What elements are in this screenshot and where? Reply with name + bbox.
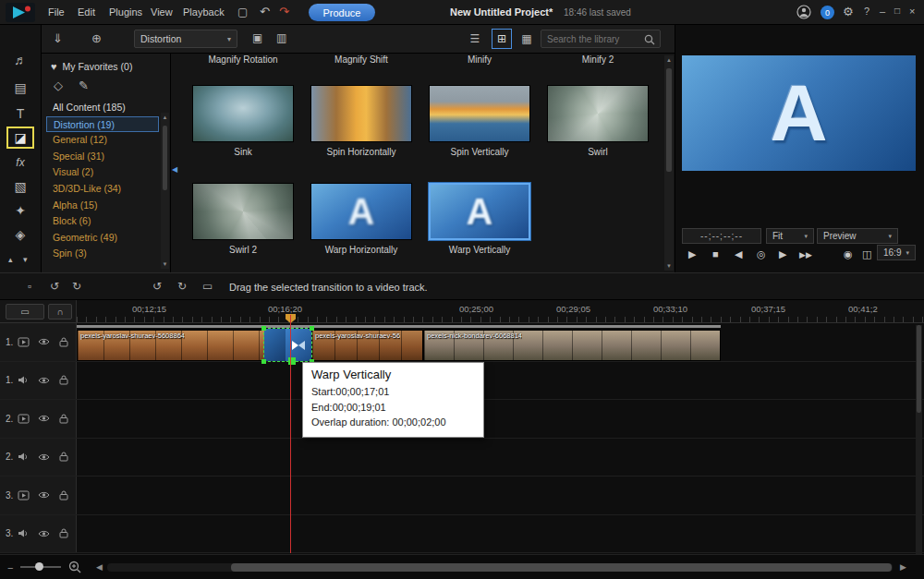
timeline-transition-clip[interactable]	[264, 329, 311, 361]
close-button[interactable]: ×	[909, 6, 915, 17]
new-folder-icon[interactable]: ▣	[252, 32, 262, 43]
timeline-vscroll-thumb[interactable]	[917, 325, 921, 413]
grid-scroll-thumb[interactable]	[666, 68, 672, 172]
my-favorites-item[interactable]: ♥ My Favorites (0)	[51, 61, 132, 72]
magnet-snap-button[interactable]: ∩	[48, 304, 72, 320]
category-visual[interactable]: Visual (2)	[42, 164, 159, 181]
category-general[interactable]: General (12)	[42, 132, 159, 149]
fast-forward-button[interactable]: ▶▶	[799, 251, 812, 259]
timeline-horizontal-scrollbar[interactable]	[107, 563, 893, 572]
zoom-in-magnifier-icon[interactable]	[68, 561, 82, 574]
menu-file[interactable]: File	[48, 6, 65, 18]
eye-icon[interactable]	[38, 529, 50, 538]
notification-badge[interactable]: 0	[821, 6, 834, 19]
category-3d-like[interactable]: 3D/3D-Like (34)	[42, 181, 159, 198]
category-distortion[interactable]: Distortion (19)	[46, 116, 159, 133]
minimize-button[interactable]: –	[880, 6, 885, 17]
stop-button[interactable]: ■	[712, 249, 719, 259]
adjustment-room-button[interactable]: ▤	[6, 77, 34, 99]
transition-spin-vertically-thumbnail[interactable]	[429, 85, 530, 142]
eye-icon[interactable]	[38, 452, 50, 462]
lock-icon[interactable]	[59, 490, 68, 501]
help-icon[interactable]: ?	[864, 6, 869, 17]
selection-handle[interactable]	[261, 326, 266, 331]
timeline-vertical-scrollbar[interactable]	[916, 325, 922, 554]
import-media-icon[interactable]: ⇓	[53, 32, 63, 44]
menu-playback[interactable]: Playback	[183, 6, 225, 18]
timeline-clip-1[interactable]: pexels-yaroslav-shuraev-5608864	[77, 330, 286, 361]
audio-track-lane[interactable]	[77, 362, 924, 400]
member-account-icon[interactable]	[796, 5, 811, 19]
audio-track-lane[interactable]	[77, 439, 924, 476]
scroll-right-icon[interactable]: ▶	[900, 563, 906, 572]
play-button[interactable]: ▶	[688, 249, 696, 259]
transition-warp-horizontally-thumbnail[interactable]: A	[310, 183, 412, 240]
video-track-lane[interactable]	[77, 476, 924, 514]
loop-button[interactable]: ◎	[757, 249, 766, 259]
eye-icon[interactable]	[38, 414, 50, 423]
lock-icon[interactable]	[59, 414, 68, 424]
aspect-ratio-dropdown[interactable]: 16:9 ▾	[877, 245, 916, 260]
maximize-button[interactable]: □	[894, 6, 900, 16]
audio-track-lane[interactable]	[77, 515, 924, 553]
fit-dropdown[interactable]: Fit ▾	[766, 228, 814, 244]
menu-view[interactable]: View	[151, 6, 173, 18]
track-header[interactable]: 1.	[0, 362, 77, 400]
rail-scroll-down-icon[interactable]: ▾	[23, 256, 28, 264]
transition-swirl2-thumbnail[interactable]	[192, 183, 294, 240]
collapse-panel-icon[interactable]: ◀	[172, 166, 177, 174]
title-room-button[interactable]: T	[6, 103, 34, 125]
grid-scrollbar[interactable]: ▲ ▼	[664, 55, 674, 271]
timeline-clip-2[interactable]: pexels-yaroslav-shuraev-56	[311, 330, 423, 361]
category-all-content[interactable]: All Content (185)	[42, 100, 159, 116]
category-geometric[interactable]: Geometric (49)	[42, 230, 159, 247]
marquee-select-icon[interactable]: ▫	[28, 281, 31, 292]
produce-preview-icon[interactable]: ◫	[862, 249, 871, 259]
preview-quality-dropdown[interactable]: Preview ▾	[817, 228, 898, 244]
lock-icon[interactable]	[59, 528, 68, 538]
timeline-ruler[interactable]: 00;12;15 00;16;20 00;25;00 00;29;05 00;3…	[77, 300, 924, 323]
menu-plugins[interactable]: Plugins	[109, 6, 142, 18]
scroll-down-icon[interactable]: ▼	[664, 263, 674, 269]
settings-gear-icon[interactable]: ⚙	[843, 6, 854, 18]
track-header[interactable]: 2.	[0, 439, 77, 476]
eye-icon[interactable]	[38, 376, 50, 385]
preview-video[interactable]: A	[682, 55, 916, 171]
scroll-down-icon[interactable]: ▼	[161, 261, 169, 267]
track-header[interactable]: 3.	[0, 515, 77, 553]
track-header[interactable]: 1.	[0, 323, 77, 361]
app-logo-icon[interactable]	[6, 3, 35, 22]
selection-handle[interactable]	[261, 359, 266, 364]
eye-icon[interactable]	[38, 337, 50, 346]
video-track-lane[interactable]	[77, 400, 924, 438]
particle-room-button[interactable]: ✦	[6, 199, 34, 222]
zoom-slider-thumb[interactable]	[35, 562, 43, 571]
apply-fading-transition-icon[interactable]: ↻	[177, 281, 187, 292]
category-block[interactable]: Block (6)	[42, 213, 159, 230]
scroll-up-icon[interactable]: ▲	[664, 57, 674, 63]
next-frame-button[interactable]: ▶	[779, 249, 786, 259]
track-header[interactable]: 2.	[0, 400, 77, 438]
transition-warp-vertically-thumbnail[interactable]: A	[429, 183, 530, 240]
undo-icon[interactable]: ↶	[260, 6, 270, 18]
filter-shape-icon[interactable]: ◇	[54, 79, 63, 91]
filter-pen-icon[interactable]: ✎	[79, 79, 89, 91]
dual-display-icon[interactable]: ▢	[237, 6, 248, 18]
transition-room-button[interactable]: ◪	[6, 127, 34, 149]
redo-icon[interactable]: ↷	[279, 6, 289, 18]
lock-icon[interactable]	[59, 375, 68, 385]
zoom-out-icon[interactable]: −	[7, 563, 13, 573]
menu-edit[interactable]: Edit	[78, 6, 95, 18]
category-special[interactable]: Special (31)	[42, 149, 159, 165]
track-header[interactable]: 3.	[0, 476, 77, 514]
sort-content-icon[interactable]: ▥	[276, 32, 286, 43]
search-input[interactable]	[547, 32, 641, 45]
scroll-up-icon[interactable]: ▲	[161, 115, 169, 120]
range-select-button[interactable]: ▭	[6, 304, 44, 320]
movie-range-bar[interactable]	[77, 325, 721, 328]
overlap-transition-icon[interactable]: ↻	[72, 281, 81, 292]
produce-button[interactable]: Produce	[309, 4, 375, 21]
grid-view-button[interactable]: ⊞	[492, 29, 512, 49]
apply-random-transition-icon[interactable]: ↺	[152, 281, 162, 292]
snapshot-icon[interactable]: ◉	[844, 249, 853, 259]
